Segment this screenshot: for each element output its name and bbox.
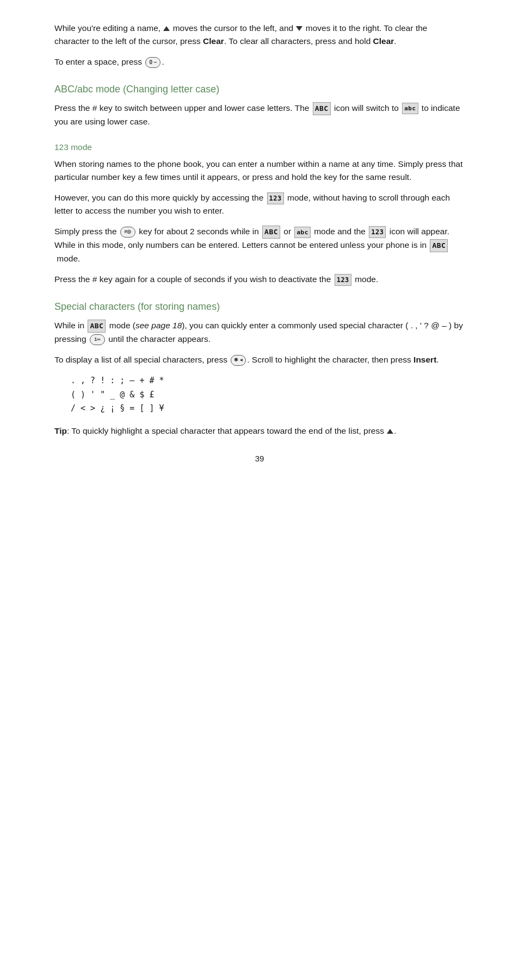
intro-section: While you're editing a name, moves the c…: [54, 22, 465, 68]
special-chars-section: Special characters (for storing names) W…: [54, 301, 465, 438]
special-chars-heading: Special characters (for storing names): [54, 301, 465, 313]
special-chars-row-2: ( ) ' " _ @ & $ £: [71, 388, 465, 402]
abc-upper-icon: ABC: [313, 102, 331, 115]
mode-123-para-3: Simply press the #◎ key for about 2 seco…: [54, 225, 465, 265]
arrow-up-icon-2: [387, 429, 393, 434]
num-123-icon-2: 123: [369, 226, 386, 239]
abc-lower-icon: abc: [402, 103, 418, 114]
page-number: 39: [54, 454, 465, 463]
star-key-icon: ✱ ◂: [231, 355, 246, 366]
special-chars-row-3: / < > ¿ ¡ § = [ ] ¥: [71, 402, 465, 416]
abc-upper-icon-4: ABC: [88, 320, 106, 333]
mode-123-heading: 123 mode: [54, 142, 465, 152]
arrow-down-icon: [296, 26, 302, 31]
hash-key-icon: #◎: [120, 227, 135, 238]
abc-mode-section: ABC/abc mode (Changing letter case) Pres…: [54, 84, 465, 128]
one-key-icon: 1∞: [90, 334, 105, 345]
abc-mode-heading: ABC/abc mode (Changing letter case): [54, 84, 465, 95]
page: While you're editing a name, moves the c…: [0, 0, 519, 980]
zero-key-icon: 0 –: [145, 57, 160, 68]
num-123-icon-1: 123: [267, 192, 284, 205]
mode-123-para-1: When storing names to the phone book, yo…: [54, 158, 465, 184]
special-chars-table: . , ? ! : ; – + # * ( ) ' " _ @ & $ £ / …: [71, 374, 465, 416]
abc-lower-icon-2: abc: [294, 227, 310, 238]
special-chars-para-2: To display a list of all special charact…: [54, 353, 465, 366]
mode-123-section: 123 mode When storing names to the phone…: [54, 142, 465, 286]
special-chars-row-1: . , ? ! : ; – + # *: [71, 374, 465, 388]
special-chars-para-1: While in ABC mode (see page 18), you can…: [54, 319, 465, 346]
num-123-icon-3: 123: [335, 274, 351, 286]
abc-upper-icon-2: ABC: [262, 226, 280, 239]
arrow-up-icon: [163, 26, 170, 31]
tip-label: Tip: [54, 426, 67, 435]
mode-123-para-2: However, you can do this more quickly by…: [54, 191, 465, 217]
mode-123-para-4: Press the # key again for a couple of se…: [54, 273, 465, 286]
abc-upper-icon-3: ABC: [430, 239, 448, 252]
abc-mode-para: Press the # key to switch between upper …: [54, 102, 465, 128]
intro-para-2: To enter a space, press 0 –.: [54, 55, 465, 68]
tip-paragraph: Tip: To quickly highlight a special char…: [54, 425, 465, 438]
intro-para-1: While you're editing a name, moves the c…: [54, 22, 465, 48]
